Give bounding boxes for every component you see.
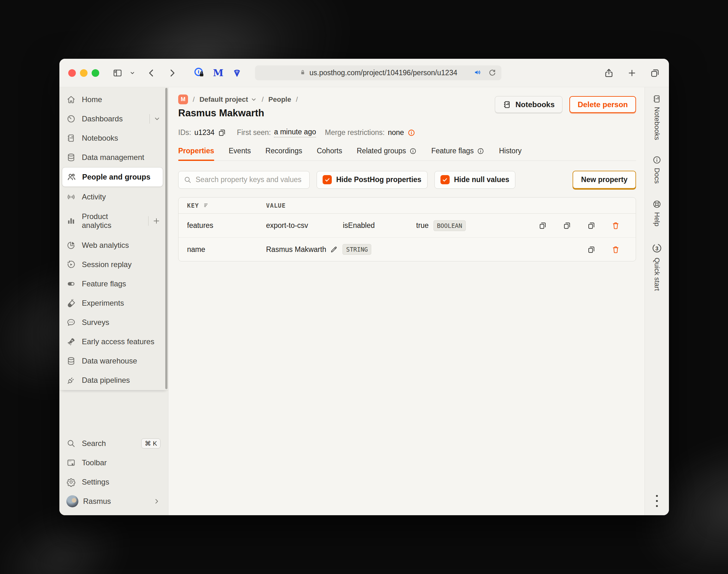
hide-null-values-toggle[interactable]: Hide null values (434, 171, 515, 189)
first-seen-value[interactable]: a minute ago (274, 128, 316, 137)
property-value[interactable]: export-to-csv (266, 221, 343, 230)
traffic-lights (68, 69, 99, 77)
tab-overview-icon[interactable] (650, 68, 660, 78)
sidebar-item-label: Activity (82, 193, 106, 201)
table-row: name Rasmus Makwarth STRING (178, 237, 636, 261)
share-icon[interactable] (604, 68, 614, 78)
sidebar-item-home[interactable]: Home (59, 90, 168, 109)
sidebar-item-label: Session replay (82, 260, 131, 269)
delete-person-button[interactable]: Delete person (569, 96, 636, 113)
breadcrumb-people[interactable]: People (268, 95, 291, 104)
sidebar-item-activity[interactable]: Activity (59, 187, 168, 206)
reload-icon[interactable] (488, 69, 497, 77)
checkbox-checked-icon[interactable] (323, 175, 332, 184)
delete-property-icon[interactable] (611, 245, 620, 254)
tab-related-groups[interactable]: Related groups (357, 147, 417, 161)
sidebar-item-label: Settings (82, 478, 109, 486)
breadcrumb-separator: / (296, 95, 298, 104)
rail-item-quick-start[interactable]: 3 Quick start (652, 243, 662, 291)
sidebar-scrollbar[interactable] (165, 88, 167, 389)
copy-icon[interactable] (587, 245, 596, 254)
sidebar-item-product-analytics[interactable]: Product analytics (59, 206, 168, 236)
copy-icon[interactable] (563, 221, 571, 230)
mail-extension-icon[interactable]: M (213, 67, 223, 78)
sidebar-item-web-analytics[interactable]: Web analytics (59, 236, 168, 255)
property-value[interactable]: isEnabled (343, 221, 416, 230)
rail-item-label: Quick start (653, 258, 661, 291)
tab-properties[interactable]: Properties (178, 147, 214, 161)
tab-recordings[interactable]: Recordings (265, 147, 302, 161)
forward-button[interactable] (167, 68, 177, 78)
rail-item-notebooks[interactable]: Notebooks (652, 94, 661, 140)
sidebar-toggle-icon[interactable] (113, 68, 123, 78)
key-column-header[interactable]: KEY (187, 202, 199, 209)
sidebar-item-search[interactable]: Search ⌘ K (59, 434, 168, 453)
property-search-box[interactable] (178, 171, 310, 189)
sidebar-item-label: Data pipelines (82, 376, 130, 385)
sidebar-item-early-access-features[interactable]: Early access features (59, 332, 168, 351)
property-search-input[interactable] (196, 175, 304, 184)
type-badge: STRING (343, 244, 371, 255)
property-key[interactable]: name (187, 245, 266, 254)
sidebar-item-surveys[interactable]: Surveys (59, 313, 168, 332)
audio-mute-icon[interactable] (474, 68, 482, 78)
sidebar-item-session-replay[interactable]: Session replay (59, 255, 168, 274)
fan-extension-icon[interactable] (231, 68, 242, 78)
sidebar-item-data-management[interactable]: Data management (59, 148, 168, 167)
rail-item-help[interactable]: Help (652, 199, 661, 226)
minimize-window-button[interactable] (80, 69, 88, 77)
copy-icon[interactable] (587, 221, 596, 230)
breadcrumb-project[interactable]: Default project (199, 95, 257, 104)
chevron-down-icon[interactable] (130, 70, 135, 76)
test-tube-icon (67, 298, 76, 308)
new-tab-icon[interactable] (627, 68, 637, 78)
info-icon (652, 155, 661, 165)
ids-value: u1234 (194, 128, 215, 137)
copy-icon[interactable] (539, 221, 547, 230)
sidebar-item-people-and-groups[interactable]: People and groups (62, 167, 163, 187)
tab-history[interactable]: History (499, 147, 522, 161)
hide-posthog-properties-toggle[interactable]: Hide PostHog properties (316, 171, 428, 189)
sidebar-item-label: Product analytics (82, 212, 132, 230)
zoom-window-button[interactable] (92, 69, 99, 77)
toolbar-icon (67, 458, 76, 467)
sidebar-item-user[interactable]: Rasmus (59, 492, 168, 511)
sidebar-item-experiments[interactable]: Experiments (59, 293, 168, 313)
sidebar-item-notebooks[interactable]: Notebooks (59, 128, 168, 148)
gear-icon (67, 477, 76, 487)
back-button[interactable] (146, 68, 156, 78)
address-bar[interactable]: us.posthog.com/project/104196/person/u12… (255, 66, 502, 80)
tab-cohorts[interactable]: Cohorts (316, 147, 342, 161)
sidebar-item-settings[interactable]: Settings (59, 472, 168, 492)
close-window-button[interactable] (68, 69, 76, 77)
plus-icon[interactable] (152, 217, 161, 225)
new-property-button[interactable]: New property (572, 171, 636, 189)
project-badge[interactable]: M (178, 94, 188, 104)
sidebar-item-label: Feature flags (82, 279, 126, 288)
property-value[interactable]: Rasmus Makwarth (266, 245, 326, 254)
rail-item-docs[interactable]: Docs (652, 155, 661, 183)
sort-icon[interactable] (203, 202, 210, 209)
sidebar-item-feature-flags[interactable]: Feature flags (59, 274, 168, 293)
replay-icon (67, 260, 76, 269)
tab-events[interactable]: Events (229, 147, 251, 161)
sidebar-item-data-warehouse[interactable]: Data warehouse (59, 351, 168, 370)
chevron-down-icon[interactable] (154, 115, 161, 122)
delete-property-icon[interactable] (611, 221, 620, 230)
notebooks-button[interactable]: Notebooks (495, 96, 562, 113)
sidebar-item-toolbar[interactable]: Toolbar (59, 453, 168, 472)
sidebar-item-dashboards[interactable]: Dashboards (59, 109, 168, 128)
property-value[interactable]: true (416, 221, 429, 230)
more-options-icon[interactable] (656, 495, 658, 507)
info-icon[interactable] (407, 129, 416, 137)
edit-icon[interactable] (330, 246, 338, 253)
type-badge: BOOLEAN (433, 220, 466, 231)
sidebar-item-label: Web analytics (82, 241, 129, 250)
sidebar-item-data-pipelines[interactable]: Data pipelines (59, 370, 168, 390)
checkbox-checked-icon[interactable] (440, 175, 449, 184)
sidebar-item-label: Experiments (82, 299, 124, 308)
copy-icon[interactable] (218, 128, 226, 137)
password-manager-extension-icon[interactable] (194, 67, 205, 79)
tab-feature-flags[interactable]: Feature flags (431, 147, 484, 161)
property-key[interactable]: features (187, 221, 266, 230)
